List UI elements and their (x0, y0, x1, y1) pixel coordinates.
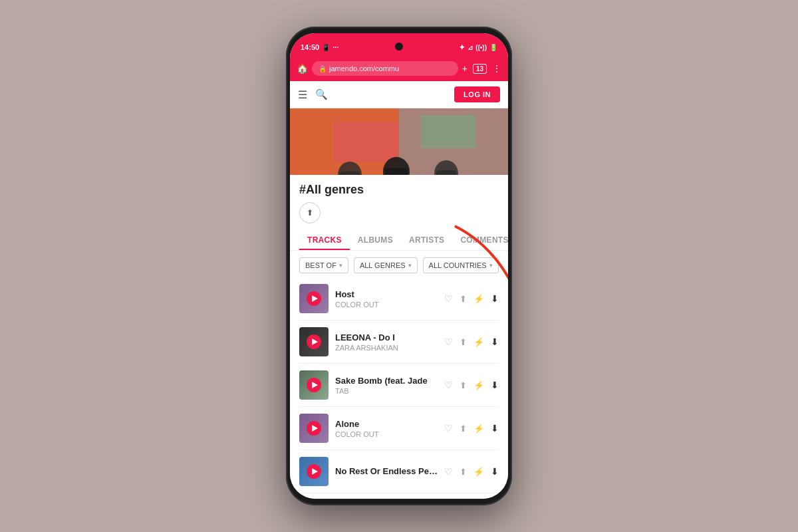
share-icon[interactable]: ⬆ (460, 337, 467, 347)
like-icon[interactable]: ♡ (444, 466, 453, 477)
genre-filter-label: ALL GENRES (360, 261, 406, 269)
track-info: Host COLOR OUT (335, 289, 438, 309)
track-item: DO I LEEONA - Do I ZARA ARS (299, 321, 499, 364)
tab-tracks[interactable]: TRACKS (299, 229, 350, 250)
phone-frame: 14:50 📱 ··· ✦ ⊿ ((•)) 🔋 🏠 (286, 27, 512, 505)
remix-icon[interactable]: ⚡ (473, 294, 484, 304)
share-icon[interactable]: ⬆ (460, 294, 467, 304)
time-display: 14:50 (301, 43, 319, 51)
play-circle (307, 334, 321, 349)
camera-notch (395, 43, 403, 51)
remix-icon[interactable]: ⚡ (473, 337, 484, 347)
play-circle (307, 378, 321, 392)
chevron-down-icon: ▾ (408, 262, 412, 269)
share-icon[interactable]: ⬆ (460, 424, 467, 434)
play-circle (307, 421, 321, 436)
more-options-icon[interactable]: ⋮ (492, 63, 501, 74)
play-overlay[interactable] (299, 370, 329, 400)
chevron-down-icon: ▾ (489, 262, 493, 269)
like-icon[interactable]: ♡ (444, 336, 453, 347)
download-icon[interactable]: ⬇ (491, 293, 499, 304)
home-icon[interactable]: 🏠 (297, 63, 308, 74)
tab-count[interactable]: 13 (473, 64, 487, 74)
track-thumbnail[interactable] (299, 370, 329, 400)
track-info: Sake Bomb (feat. Jade TAB (335, 376, 438, 395)
remix-icon[interactable]: ⚡ (473, 424, 484, 434)
bluetooth-icon: ✦ (459, 43, 465, 52)
phone-screen: 14:50 📱 ··· ✦ ⊿ ((•)) 🔋 🏠 (290, 33, 508, 499)
play-circle (307, 291, 321, 306)
wifi-icon: ((•)) (475, 44, 487, 51)
track-item: No Rest Or Endless Per... ♡ ⬆ ⚡ ⬇ (299, 450, 499, 493)
country-filter[interactable]: ALL COUNTRIES ▾ (423, 257, 499, 273)
tab-albums[interactable]: ALBUMS (350, 229, 401, 250)
lock-icon: 🔒 (319, 65, 327, 72)
track-list: Host COLOR OUT ♡ ⬆ ⚡ ⬇ (290, 277, 508, 493)
play-circle (307, 464, 321, 479)
ellipsis-icon: ··· (332, 43, 338, 51)
svg-rect-4 (421, 115, 475, 148)
like-icon[interactable]: ♡ (444, 380, 453, 390)
track-artist: COLOR OUT (335, 430, 438, 438)
share-icon[interactable]: ⬆ (460, 467, 467, 477)
play-overlay[interactable] (299, 327, 329, 356)
play-overlay[interactable] (299, 284, 329, 313)
like-icon[interactable]: ♡ (444, 293, 453, 304)
track-item: Sake Bomb (feat. Jade TAB ♡ ⬆ ⚡ ⬇ (299, 364, 499, 407)
add-tab-icon[interactable]: + (462, 63, 467, 74)
genre-filter[interactable]: ALL GENRES ▾ (354, 257, 418, 273)
share-icon: ⬆ (307, 208, 313, 217)
filters-row: BEST OF ▾ ALL GENRES ▾ ALL COUNTRIES ▾ (290, 251, 508, 277)
track-title: Sake Bomb (feat. Jade (335, 376, 438, 386)
tab-comments[interactable]: COMMENTS (452, 229, 508, 250)
whatsapp-icon: 📱 (322, 44, 330, 51)
play-overlay[interactable] (299, 457, 329, 486)
track-actions: ♡ ⬆ ⚡ ⬇ (444, 380, 499, 390)
download-icon[interactable]: ⬇ (491, 423, 499, 434)
track-actions: ♡ ⬆ ⚡ ⬇ (444, 466, 499, 477)
page-background: 14:50 📱 ··· ✦ ⊿ ((•)) 🔋 🏠 (0, 0, 798, 532)
track-thumbnail[interactable] (299, 414, 329, 443)
play-icon (312, 295, 318, 302)
track-artist: TAB (335, 387, 438, 395)
like-icon[interactable]: ♡ (444, 423, 453, 434)
track-thumbnail[interactable] (299, 284, 329, 313)
track-title: Host (335, 289, 438, 299)
download-icon[interactable]: ⬇ (491, 336, 499, 347)
share-button[interactable]: ⬆ (299, 202, 321, 223)
app-header: ☰ 🔍 LOG IN (290, 81, 508, 108)
sort-filter[interactable]: BEST OF ▾ (299, 257, 348, 273)
track-actions: ♡ ⬆ ⚡ ⬇ (444, 293, 499, 304)
play-overlay[interactable] (299, 414, 329, 443)
track-artist: ZARA ARSHAKIAN (335, 344, 438, 352)
url-bar[interactable]: 🔒 jamendo.com/commu (312, 61, 458, 76)
battery-icon: 🔋 (489, 44, 497, 51)
share-icon[interactable]: ⬆ (460, 380, 467, 390)
track-thumbnail[interactable] (299, 457, 329, 486)
browser-bar: 🏠 🔒 jamendo.com/commu + 13 ⋮ (290, 57, 508, 81)
track-info: LEEONA - Do I ZARA ARSHAKIAN (335, 332, 438, 352)
country-filter-label: ALL COUNTRIES (429, 261, 487, 269)
tab-artists[interactable]: ARTISTS (401, 229, 452, 250)
track-thumbnail[interactable]: DO I (299, 327, 329, 356)
download-icon[interactable]: ⬇ (491, 380, 499, 390)
browser-actions: + 13 ⋮ (462, 63, 501, 74)
page-title-section: #All genres ⬆ (290, 175, 508, 229)
chevron-down-icon: ▾ (339, 262, 342, 269)
download-icon[interactable]: ⬇ (491, 466, 499, 477)
login-button[interactable]: LOG IN (454, 86, 500, 102)
hero-image (290, 108, 508, 175)
url-text: jamendo.com/commu (329, 65, 399, 72)
screen-content: 14:50 📱 ··· ✦ ⊿ ((•)) 🔋 🏠 (290, 33, 508, 499)
signal-icon: ⊿ (467, 44, 473, 51)
svg-rect-3 (334, 122, 399, 162)
phone-device: 14:50 📱 ··· ✦ ⊿ ((•)) 🔋 🏠 (286, 27, 512, 505)
play-icon (312, 425, 318, 432)
remix-icon[interactable]: ⚡ (473, 380, 484, 390)
hamburger-icon[interactable]: ☰ (298, 88, 307, 101)
remix-icon[interactable]: ⚡ (473, 467, 484, 477)
status-right: ✦ ⊿ ((•)) 🔋 (459, 43, 497, 52)
track-actions: ♡ ⬆ ⚡ ⬇ (444, 423, 499, 434)
search-icon[interactable]: 🔍 (315, 88, 328, 100)
svg-rect-6 (340, 172, 360, 175)
